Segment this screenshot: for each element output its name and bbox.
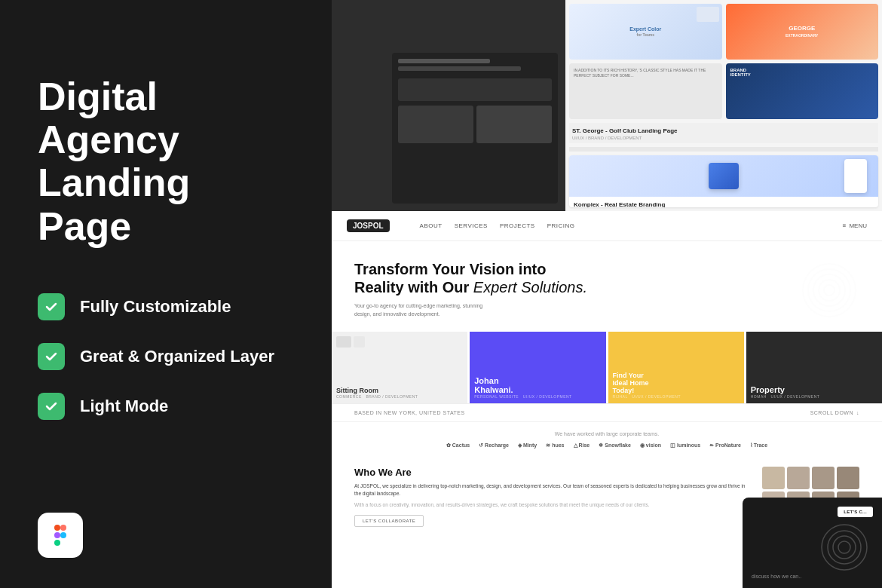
partners-logos: ✿ Cactus ↺ Recharge ◈ Minty ≋ hues △ Ris…: [354, 443, 859, 449]
hero-title: Transform Your Vision intoReality with O…: [354, 260, 784, 296]
about-body-2: With a focus on creativity, innovation, …: [354, 501, 747, 509]
features-list: Fully Customizable Great & Organized Lay…: [38, 293, 294, 420]
page-title: Digital AgencyLanding Page: [38, 75, 294, 248]
project-tag-1: COMMERCE BRAND / DEVELOPMENT: [336, 394, 463, 399]
svg-rect-2: [60, 525, 66, 531]
hero-subtitle: Your go-to agency for cutting-edge marke…: [354, 302, 490, 318]
svg-point-6: [803, 264, 856, 317]
partner-cactus: ✿ Cactus: [446, 443, 470, 449]
spiral-decoration: [799, 260, 859, 320]
about-text: Who We Are At JOSPOL, we specialize in d…: [354, 467, 747, 527]
project-tag-4: HOMAH UI/UX / DEVELOPMENT: [751, 394, 877, 399]
nav-pricing[interactable]: PRICING: [547, 222, 575, 229]
partners-section: We have worked with large corporate team…: [332, 421, 882, 458]
thumb-item-4: BRANDIDENTITY: [726, 63, 879, 119]
project-name-2: JohanKhalwani.: [474, 376, 601, 394]
site-nav: JOSPOL ABOUT SERVICES PROJECTS PRICING ≡…: [332, 211, 882, 241]
thumb-item-2: GEORGEEXTRAORDINARY: [726, 4, 879, 60]
partner-hues: ≋ hues: [546, 443, 564, 449]
project-name-1: Sitting Room: [336, 387, 463, 394]
figma-icon: [47, 522, 74, 549]
check-icon-lightmode: [38, 393, 65, 420]
nav-about[interactable]: ABOUT: [420, 222, 443, 229]
site-footer-bar: BASED IN NEW YORK, UNITED STATES SCROLL …: [332, 403, 882, 421]
projects-strip: Sitting Room COMMERCE BRAND / DEVELOPMEN…: [332, 332, 882, 403]
about-section: Who We Are At JOSPOL, we specialize in d…: [332, 458, 882, 536]
feature-label-lightmode: Light Mode: [80, 397, 168, 416]
team-photo-1: [762, 467, 785, 489]
feature-label-organized: Great & Organized Layer: [80, 347, 274, 366]
project-name-4: Property: [751, 385, 877, 394]
nav-links: ABOUT SERVICES PROJECTS PRICING: [420, 222, 575, 229]
svg-point-10: [824, 285, 835, 296]
check-icon-organized: [38, 343, 65, 370]
left-panel: Digital AgencyLanding Page Fully Customi…: [0, 0, 332, 588]
nav-projects[interactable]: PROJECTS: [500, 222, 535, 229]
svg-point-9: [819, 280, 840, 301]
partner-pronature: ❧ ProNature: [709, 443, 741, 449]
footer-scroll: SCROLL DOWN ↓: [810, 410, 859, 415]
project-card-sitting-room[interactable]: Sitting Room COMMERCE BRAND / DEVELOPMEN…: [332, 332, 467, 403]
svg-point-11: [822, 525, 867, 570]
dark-card-text: discuss how we can..: [752, 574, 801, 579]
svg-rect-4: [54, 540, 60, 546]
feature-label-customizable: Fully Customizable: [80, 297, 231, 317]
nav-menu[interactable]: ≡ MENU: [843, 222, 867, 229]
feature-item-customizable: Fully Customizable: [38, 293, 294, 320]
dark-bottom-card: discuss how we can.. LET'S C...: [743, 498, 882, 588]
project-card-find-home[interactable]: Find YourIdeal HomeToday! RIJHAL UI/UX /…: [608, 332, 744, 403]
partner-recharge: ↺ Recharge: [479, 443, 509, 449]
partner-luminous: ◫ luminous: [670, 443, 700, 449]
hero-text: Transform Your Vision intoReality with O…: [354, 260, 784, 320]
team-photo-4: [837, 467, 859, 489]
nav-services[interactable]: SERVICES: [455, 222, 488, 229]
about-body-1: At JOSPOL, we specialize in delivering t…: [354, 482, 747, 498]
site-hero: Transform Your Vision intoReality with O…: [332, 241, 882, 332]
thumb-row-2: IN ADDITION TO ITS RICH HISTORY, 'S CLAS…: [569, 63, 878, 119]
thumb-row-1: Expert Colorfor Teams GEORGEEXTRAORDINAR…: [569, 4, 878, 60]
collaborate-button[interactable]: LET'S COLLABORATE: [354, 515, 424, 527]
right-card-st-george: ST. George - Golf Club Landing Page UI/U…: [569, 123, 878, 143]
top-row: Expert Colorfor Teams GEORGEEXTRAORDINAR…: [332, 0, 882, 211]
svg-point-14: [838, 541, 850, 553]
feature-item-organized: Great & Organized Layer: [38, 343, 294, 370]
partner-trace: ⌇ Trace: [750, 443, 767, 449]
partner-rise: △ Rise: [574, 443, 590, 449]
svg-rect-3: [54, 532, 60, 538]
partners-title: We have worked with large corporate team…: [354, 431, 859, 436]
check-icon-customizable: [38, 293, 65, 320]
team-photo-3: [812, 467, 835, 489]
project-name-3: Find YourIdeal HomeToday!: [613, 372, 740, 394]
feature-item-lightmode: Light Mode: [38, 393, 294, 420]
partner-minty: ◈ Minty: [518, 443, 537, 449]
thumb-item-1: Expert Colorfor Teams: [569, 4, 722, 60]
thumb-item-3: IN ADDITION TO ITS RICH HISTORY, 'S CLAS…: [569, 63, 722, 119]
partner-vision: ◉ vision: [640, 443, 661, 449]
svg-point-13: [833, 536, 856, 559]
project-tag-3: RIJHAL UI/UX / DEVELOPMENT: [613, 394, 740, 399]
project-card-property[interactable]: Property HOMAH UI/UX / DEVELOPMENT: [746, 332, 882, 403]
about-title: Who We Are: [354, 467, 747, 478]
card-divider: [569, 147, 878, 152]
footer-location: BASED IN NEW YORK, UNITED STATES: [354, 410, 465, 415]
svg-rect-1: [54, 525, 60, 531]
project-tag-2: PERSONAL WEBSITE UI/UX / DEVELOPMENT: [474, 394, 601, 399]
dark-strip: [332, 0, 565, 211]
side-thumbnails: Expert Colorfor Teams GEORGEEXTRAORDINAR…: [565, 0, 882, 211]
right-panel: Expert Colorfor Teams GEORGEEXTRAORDINAR…: [332, 0, 882, 588]
svg-point-5: [60, 532, 66, 538]
partner-snowflake: ❄ Snowflake: [599, 443, 631, 449]
website-preview: JOSPOL ABOUT SERVICES PROJECTS PRICING ≡…: [332, 211, 882, 588]
lets-c-button[interactable]: LET'S C...: [838, 507, 873, 517]
project-card-khalwani[interactable]: JohanKhalwani. PERSONAL WEBSITE UI/UX / …: [470, 332, 605, 403]
right-card-komplex: Komplex - Real Estate Branding BRAND / L…: [569, 155, 878, 207]
site-logo: JOSPOL: [347, 219, 390, 232]
team-photo-2: [787, 467, 810, 489]
svg-point-7: [808, 269, 850, 311]
figma-badge: [38, 513, 83, 558]
